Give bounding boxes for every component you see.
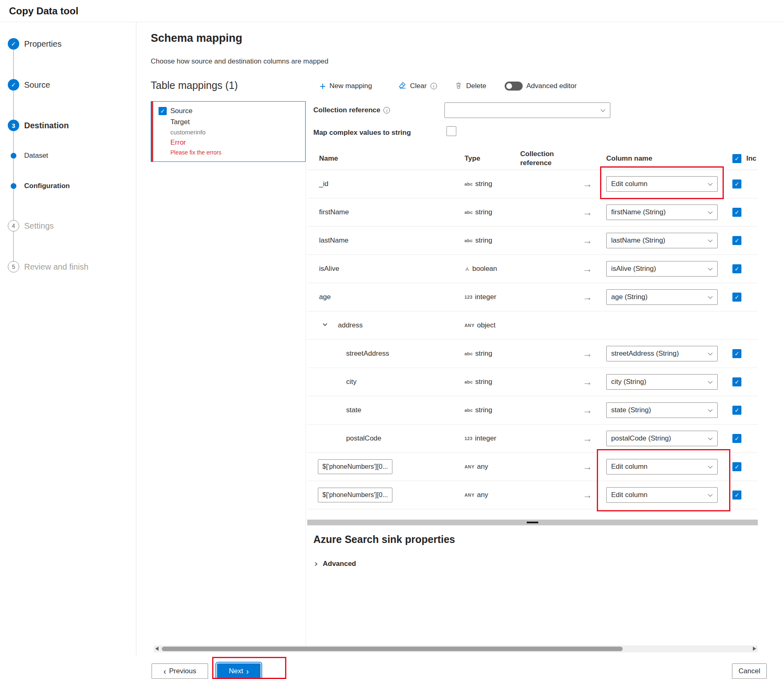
include-checkbox[interactable]: ✓ [732, 434, 741, 443]
column-name-dropdown[interactable]: isAlive (String) [606, 261, 718, 277]
next-button[interactable]: Next › [217, 663, 261, 679]
column-name-dropdown[interactable]: streetAddress (String) [606, 346, 718, 361]
type-icon: 123 [465, 436, 473, 441]
pane-splitter[interactable] [307, 520, 758, 525]
previous-button[interactable]: ‹ Previous [152, 663, 208, 679]
wizard-step[interactable]: Configuration [11, 180, 70, 192]
column-name-dropdown[interactable]: Edit column [606, 487, 718, 503]
table-row: age 123 integer → age (String) ✓ [307, 283, 758, 311]
horizontal-scrollbar[interactable] [154, 645, 758, 652]
app-title: Copy Data tool [9, 5, 78, 17]
step-marker: ✓ [8, 79, 19, 91]
field-type: string [475, 378, 492, 386]
collection-reference-info-icon[interactable]: i [383, 107, 390, 114]
field-name[interactable]: $['phoneNumbers'][0... [318, 459, 392, 474]
column-name-value: Edit column [611, 463, 648, 471]
field-type: boolean [472, 265, 497, 273]
chevron-left-icon: ‹ [163, 667, 166, 675]
app-header: Copy Data tool [0, 0, 784, 22]
include-checkbox[interactable]: ✓ [732, 377, 741, 386]
column-name-dropdown[interactable]: lastName (String) [606, 233, 718, 248]
column-name-dropdown[interactable]: firstName (String) [606, 204, 718, 220]
include-checkbox[interactable]: ✓ [732, 208, 741, 217]
clear-button[interactable]: Clear i [398, 78, 437, 94]
table-row: postalCode 123 integer → postalCode (Str… [307, 425, 758, 453]
map-complex-checkbox[interactable] [446, 126, 456, 136]
include-all-checkbox[interactable]: ✓ [732, 154, 741, 163]
field-type-cell: abc string [465, 406, 492, 414]
map-complex-row: Map complex values to string [313, 129, 411, 137]
advanced-expander[interactable]: Advanced [313, 560, 356, 568]
column-name-dropdown[interactable]: Edit column [606, 459, 718, 475]
collection-reference-dropdown[interactable] [444, 102, 610, 118]
field-name[interactable]: $['phoneNumbers'][0... [318, 488, 392, 502]
field-name: _id [319, 180, 329, 188]
chevron-down-icon [708, 294, 712, 299]
field-type-cell: abc string [465, 236, 492, 245]
column-name-dropdown[interactable]: postalCode (String) [606, 431, 718, 446]
include-checkbox[interactable]: ✓ [732, 349, 741, 358]
advanced-editor-toggle[interactable]: Advanced editor [505, 78, 577, 94]
column-name-value: postalCode (String) [611, 434, 671, 443]
field-name: postalCode [346, 434, 381, 443]
delete-button[interactable]: Delete [455, 78, 486, 94]
include-checkbox[interactable]: ✓ [732, 264, 741, 273]
mapping-error-label: Error [170, 137, 222, 148]
scroll-left-arrow[interactable] [155, 647, 159, 651]
include-checkbox[interactable]: ✓ [732, 462, 741, 471]
sink-properties-title: Azure Search sink properties [313, 534, 455, 545]
step-label: Dataset [24, 152, 48, 160]
include-checkbox[interactable]: ✓ [732, 179, 741, 188]
wizard-step[interactable]: Dataset [11, 150, 48, 161]
mapping-error-message: Please fix the errors [170, 148, 222, 157]
column-name-dropdown[interactable]: city (String) [606, 374, 718, 390]
scroll-thumb[interactable] [162, 647, 623, 651]
collapse-chevron-icon[interactable] [322, 322, 328, 329]
wizard-step[interactable]: 3 Destination [8, 120, 69, 131]
toggle-switch[interactable] [505, 82, 523, 91]
scroll-right-arrow[interactable] [753, 647, 756, 651]
mapping-source-checkbox[interactable]: ✓ [159, 107, 167, 115]
clear-info-icon[interactable]: i [431, 83, 437, 89]
include-checkbox[interactable]: ✓ [732, 236, 741, 245]
mapping-table-header: Name Type Collection reference Column na… [307, 148, 758, 170]
mapping-arrow-icon: → [582, 348, 592, 359]
wizard-step[interactable]: 4 Settings [8, 220, 54, 232]
table-row: _id abc string → Edit column ✓ [307, 170, 758, 198]
type-icon: abc [465, 379, 473, 384]
wizard-step[interactable]: ✓ Properties [8, 38, 61, 50]
field-name: streetAddress [346, 350, 389, 358]
table-row: firstName abc string → firstName (String… [307, 198, 758, 227]
field-type: object [477, 321, 495, 329]
cancel-button[interactable]: Cancel [732, 663, 767, 679]
field-type-cell: ANY object [465, 321, 496, 329]
field-type: string [475, 406, 492, 414]
mapping-source-label: Source [170, 107, 193, 115]
type-icon: abc [465, 210, 473, 215]
chevron-right-icon: › [246, 667, 249, 675]
include-checkbox[interactable]: ✓ [732, 293, 741, 302]
mapping-arrow-icon: → [582, 404, 592, 416]
wizard-step[interactable]: 5 Review and finish [8, 261, 88, 273]
column-name-dropdown[interactable]: Edit column [606, 176, 718, 192]
step-marker [11, 153, 16, 159]
chevron-down-icon [708, 379, 712, 384]
plus-icon: + [319, 81, 326, 91]
chevron-down-icon [708, 266, 712, 270]
table-mapping-item[interactable]: ✓ Source Target customerinfo Error Pleas… [151, 101, 306, 162]
include-checkbox[interactable]: ✓ [732, 491, 741, 500]
include-checkbox[interactable]: ✓ [732, 406, 741, 415]
step-marker: ✓ [8, 38, 19, 50]
wizard-step[interactable]: ✓ Source [8, 79, 50, 91]
column-name-dropdown[interactable]: age (String) [606, 289, 718, 305]
new-mapping-button[interactable]: + New mapping [319, 78, 372, 94]
column-name-value: isAlive (String) [611, 265, 656, 273]
chevron-down-icon [708, 351, 712, 355]
pane-divider [306, 100, 306, 646]
field-name: lastName [319, 236, 349, 245]
mapping-arrow-icon: → [582, 433, 592, 444]
mapping-arrow-icon: → [582, 291, 592, 303]
column-name-dropdown[interactable]: state (String) [606, 402, 718, 418]
eraser-icon [398, 81, 406, 91]
step-label: Settings [24, 221, 54, 231]
